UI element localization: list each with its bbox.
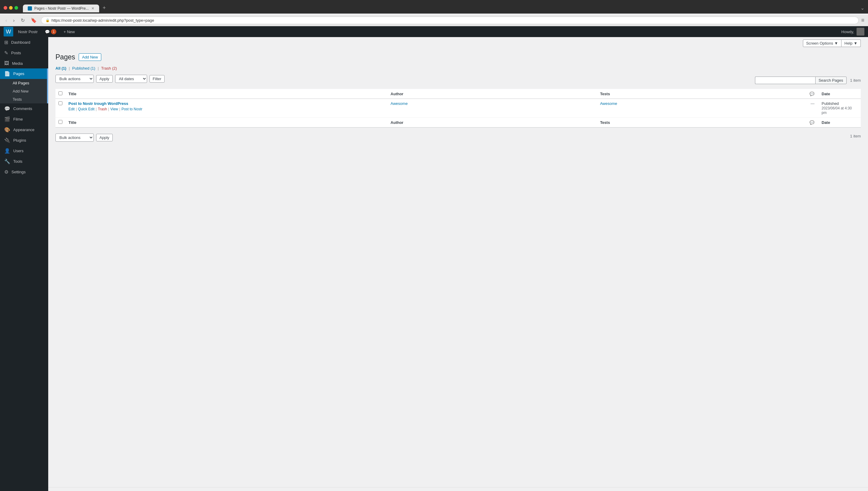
th-comments[interactable]: 💬 (807, 89, 818, 99)
filter-sep-1: | (69, 66, 70, 70)
add-new-button[interactable]: Add New (79, 53, 101, 61)
screen-options-arrow: ▼ (834, 41, 838, 46)
apply-button-bottom[interactable]: Apply (96, 134, 113, 141)
sidebar-item-comments[interactable]: 💬 Comments (0, 104, 48, 114)
row-action-post-to-nostr[interactable]: Post to Nostr (121, 107, 142, 111)
tab-overflow-button[interactable]: ⌄ (861, 5, 864, 11)
sidebar: ⊞ Dashboard ✎ Posts 🖼 Media 📄 Pages (0, 37, 48, 491)
help-button[interactable]: Help ▼ (841, 39, 861, 47)
date-value: 2023/06/04 at 4:30 pm (821, 106, 852, 115)
sidebar-item-appearance[interactable]: 🎨 Appearance (0, 124, 48, 135)
author-name: Awesome (391, 101, 408, 106)
tfoot-tests[interactable]: Tests (597, 118, 807, 127)
sidebar-item-users[interactable]: 👤 Users (0, 146, 48, 156)
reload-button[interactable]: ↻ (19, 17, 27, 24)
adminbar-right: Howdy, (841, 28, 864, 35)
tests-link[interactable]: Awesome (600, 101, 617, 106)
screen-options-button[interactable]: Screen Options ▼ (803, 39, 841, 47)
search-pages-input[interactable] (755, 77, 815, 84)
address-bar[interactable]: 🔒 https://nostr-postr.local/wp-admin/edi… (41, 17, 859, 24)
row-action-edit[interactable]: Edit (68, 107, 75, 111)
row-action-view[interactable]: View (110, 107, 118, 111)
filter-trash-count: (2) (112, 66, 117, 70)
search-box: Search Pages (755, 77, 847, 84)
row-action-quick-edit[interactable]: Quick Edit (78, 107, 95, 111)
search-pages-button[interactable]: Search Pages (815, 77, 847, 84)
select-all-checkbox-top[interactable] (58, 91, 62, 95)
tests-value: Awesome (600, 101, 617, 106)
filter-nav: All (1) | Published (1) | Trash (2) (56, 66, 861, 70)
sidebar-item-settings[interactable]: ⚙ Settings (0, 167, 48, 177)
th-tests[interactable]: Tests (597, 89, 807, 99)
bookmark-button[interactable]: 🔖 (29, 17, 38, 24)
sidebar-sub-add-new[interactable]: Add New (4, 87, 48, 95)
sidebar-item-posts[interactable]: ✎ Posts (0, 48, 48, 58)
comments-header-icon: 💬 (810, 92, 814, 96)
filter-published-count: (1) (90, 66, 95, 70)
sidebar-item-dashboard[interactable]: ⊞ Dashboard (0, 37, 48, 48)
author-link[interactable]: Awesome (391, 101, 408, 106)
back-button[interactable]: ‹ (4, 17, 9, 24)
row-tests-cell: Awesome (597, 99, 807, 118)
row-author-cell: Awesome (388, 99, 597, 118)
row-comments-cell: — (807, 99, 818, 118)
browser-menu-button[interactable]: ≡ (861, 17, 864, 24)
post-title-link[interactable]: Post to Nostr trough WordPress (68, 101, 128, 106)
tfoot-comments[interactable]: 💬 (807, 118, 818, 127)
sidebar-sub-tests[interactable]: Tests (4, 95, 48, 104)
site-name-text: Nostr Postr (18, 30, 38, 34)
traffic-light-red[interactable] (4, 6, 7, 10)
date-status: Published (821, 101, 839, 106)
tfoot-title-label: Title (68, 120, 77, 125)
tablenav-top: Bulk actions Apply All dates Filter (56, 75, 164, 83)
filme-icon: 🎬 (4, 116, 10, 122)
sidebar-label-comments: Comments (13, 107, 32, 111)
th-checkbox (56, 89, 65, 99)
tfoot-date[interactable]: Date (818, 118, 861, 127)
bulk-actions-select-bottom[interactable]: Bulk actions (56, 134, 94, 142)
th-author[interactable]: Author (388, 89, 597, 99)
bulk-actions-select-top[interactable]: Bulk actions (56, 75, 94, 83)
th-title[interactable]: Title (65, 89, 388, 99)
sidebar-collapse-menu[interactable]: ◀ Collapse menu (0, 487, 48, 491)
sidebar-label-posts: Posts (11, 51, 21, 55)
new-tab-button[interactable]: + (100, 4, 109, 12)
row-action-trash[interactable]: Trash (98, 107, 107, 111)
select-all-checkbox-bottom[interactable] (58, 120, 62, 124)
filter-button[interactable]: Filter (149, 75, 165, 83)
filter-trash-link[interactable]: Trash (2) (101, 66, 117, 70)
appearance-icon: 🎨 (4, 127, 10, 133)
sidebar-item-media[interactable]: 🖼 Media (0, 58, 48, 68)
media-icon: 🖼 (4, 61, 9, 66)
tfoot-tests-label: Tests (600, 120, 610, 125)
security-icon: 🔒 (46, 19, 50, 22)
tfoot-author[interactable]: Author (388, 118, 597, 127)
adminbar-site-name[interactable]: Nostr Postr (14, 26, 41, 37)
filter-published-link[interactable]: Published (1) (72, 66, 95, 70)
forward-button[interactable]: › (11, 17, 16, 24)
item-count-bottom: 1 item (850, 134, 861, 138)
adminbar-howdy[interactable]: Howdy, (841, 28, 864, 35)
traffic-light-yellow[interactable] (9, 6, 13, 10)
browser-tab-active[interactable]: Pages ‹ Nostr Postr — WordPre... ✕ (23, 4, 99, 12)
th-date[interactable]: Date (818, 89, 861, 99)
tab-close-button[interactable]: ✕ (91, 6, 94, 10)
browser-toolbar: ‹ › ↻ 🔖 🔒 https://nostr-postr.local/wp-a… (0, 15, 868, 26)
filter-all-link[interactable]: All (1) (56, 66, 66, 70)
adminbar-comments[interactable]: 💬 1 (41, 26, 60, 37)
row-checkbox[interactable] (58, 101, 62, 105)
tfoot-title[interactable]: Title (65, 118, 388, 127)
row-date-cell: Published 2023/06/04 at 4:30 pm (818, 99, 861, 118)
sidebar-item-filme[interactable]: 🎬 Filme (0, 114, 48, 124)
sidebar-label-media: Media (12, 61, 23, 66)
sidebar-item-tools[interactable]: 🔧 Tools (0, 156, 48, 167)
sidebar-item-plugins[interactable]: 🔌 Plugins (0, 135, 48, 146)
sidebar-item-pages[interactable]: 📄 Pages (0, 68, 48, 79)
dates-filter-select[interactable]: All dates (115, 75, 147, 83)
row-title-cell: Post to Nostr trough WordPress Edit | Qu… (65, 99, 388, 118)
settings-icon: ⚙ (4, 169, 8, 175)
traffic-light-green[interactable] (14, 6, 18, 10)
sidebar-sub-all-pages[interactable]: All Pages (4, 79, 48, 87)
apply-button-top[interactable]: Apply (96, 75, 113, 83)
adminbar-new[interactable]: + New (60, 26, 78, 37)
